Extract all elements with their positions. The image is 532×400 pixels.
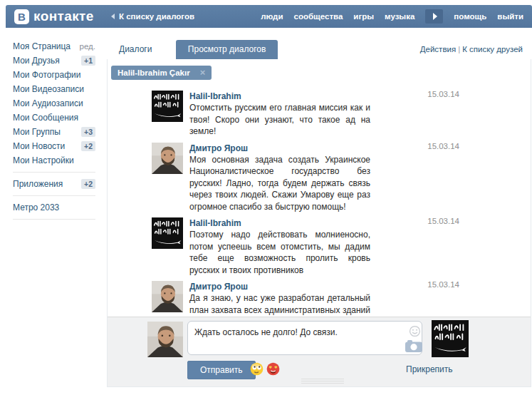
message-date: 15.03.14 [427, 142, 459, 150]
message-input[interactable]: Ждать осталось не долго! До связи. [187, 321, 422, 355]
vk-messages-page: В контакте К списку диалогов люди сообще… [0, 0, 532, 400]
camera-icon[interactable] [405, 340, 422, 352]
nav-music[interactable]: музыка [385, 12, 414, 21]
sidebar-divider [13, 219, 95, 220]
nav-games[interactable]: игры [353, 12, 374, 21]
actions-separator: | [458, 45, 460, 53]
chat-participant-tag[interactable]: Halil-Ibrahim Çakır × [111, 66, 212, 80]
more-arrow-icon [433, 13, 437, 20]
sidebar-label: Мои Настройки [13, 155, 74, 165]
vk-logo-letter: В [18, 11, 26, 23]
message-text: Да я знаю, у нас уже разработан детальны… [189, 292, 370, 317]
edit-link[interactable]: ред. [80, 42, 95, 51]
avatar-flag[interactable] [152, 217, 183, 249]
message-row: Дмитро Ярош Моя основная задача создать … [152, 141, 531, 217]
tab-view-dialogs[interactable]: Просмотр диалогов [176, 40, 278, 59]
sidebar-label: Мои Сообщения [13, 113, 78, 123]
sidebar-item-news[interactable]: Мои Новости +2 [13, 139, 95, 153]
chat-tag-row: Halil-Ibrahim Çakır × [108, 59, 531, 83]
composer: Ждать осталось не долго! До связи. Отпра… [108, 317, 531, 386]
sidebar-item-friends[interactable]: Мои Друзья +1 [13, 53, 95, 68]
back-link-label: К списку диалогов [119, 12, 194, 21]
sidebar-label: Мои Аудиозаписи [13, 98, 83, 108]
count-badge: +3 [81, 127, 95, 137]
top-nav: люди сообщества игры музыка помощь выйти [261, 5, 523, 28]
top-bar: В контакте К списку диалогов люди сообще… [6, 5, 532, 28]
sidebar-divider [13, 195, 95, 196]
avatar-man[interactable] [152, 281, 183, 312]
count-badge: +2 [81, 141, 95, 151]
avatar-man[interactable] [152, 143, 183, 174]
sidebar-label: Приложения [13, 179, 63, 189]
message-row: Halil-Ibrahim Поэтому надо действовать м… [152, 216, 531, 280]
message-author-link[interactable]: Дмитро Ярош [189, 143, 248, 154]
sidebar-label: Мои Группы [13, 127, 61, 137]
sidebar-item-settings[interactable]: Мои Настройки [13, 153, 95, 168]
sidebar: Моя Страница ред. Мои Друзья +1 Мои Фото… [13, 39, 95, 224]
sidebar-item-messages[interactable]: Мои Сообщения [13, 111, 95, 125]
nav-people[interactable]: люди [261, 12, 283, 21]
message-date: 15.03.14 [427, 90, 459, 98]
nav-help[interactable]: помощь [454, 12, 486, 21]
back-to-dialogs-link[interactable]: К списку диалогов [111, 12, 194, 21]
sidebar-item-photos[interactable]: Мои Фотографии [13, 68, 95, 82]
sidebar-label: Моя Страница [13, 41, 71, 51]
message-row: Halil-Ibrahim Отомстить русским его глав… [152, 89, 531, 141]
attach-link[interactable]: Прикрепить [406, 364, 453, 374]
tab-dialogs[interactable]: Диалоги [107, 40, 164, 59]
sidebar-item-apps[interactable]: Приложения +2 [13, 177, 95, 191]
actions-link[interactable]: Действия [420, 45, 456, 53]
composer-avatar-man[interactable] [147, 322, 183, 357]
vk-logo[interactable]: В контакте [14, 9, 94, 24]
nav-logout[interactable]: выйти [497, 12, 523, 21]
emoji-heart-eyes-icon[interactable] [266, 362, 280, 376]
chat-panel: Halil-Ibrahim Çakır × Halil-Ibrahim Отом… [107, 59, 531, 387]
count-badge: +2 [81, 179, 95, 189]
sidebar-item-metro-2033[interactable]: Метро 2033 [13, 200, 95, 215]
send-button[interactable]: Отправить [187, 361, 256, 379]
message-list: Halil-Ibrahim Отомстить русским его глав… [108, 83, 531, 317]
chat-participant-name: Halil-Ibrahim Çakır [118, 68, 190, 77]
sidebar-label: Мои Друзья [13, 56, 60, 66]
close-icon[interactable]: × [200, 69, 206, 76]
nav-more-button[interactable] [425, 9, 443, 24]
emoji-rolling-eyes-icon[interactable] [250, 362, 264, 376]
sidebar-label: Мои Новости [13, 141, 65, 151]
message-date: 15.03.14 [427, 217, 459, 225]
message-text: Отомстить русским его главная миссия как… [189, 102, 370, 138]
message-text: Поэтому надо действовать молниеносно, по… [189, 229, 370, 276]
resize-grip[interactable] [301, 379, 344, 385]
vk-logo-icon: В [14, 9, 29, 24]
avatar-flag[interactable] [152, 91, 183, 122]
message-author-link[interactable]: Halil-Ibrahim [189, 218, 241, 229]
sidebar-label: Мои Видеозаписи [13, 84, 84, 94]
participant-flag-avatar[interactable] [432, 320, 469, 357]
message-text: Моя основная задача создать Украинское Н… [189, 154, 370, 213]
count-badge: +1 [81, 56, 95, 66]
sidebar-item-videos[interactable]: Мои Видеозаписи [13, 82, 95, 96]
vk-logo-text: контакте [33, 9, 94, 24]
sidebar-label: Мои Фотографии [13, 70, 80, 80]
sidebar-item-audio[interactable]: Мои Аудиозаписи [13, 96, 95, 111]
back-arrow-icon [111, 14, 115, 19]
sidebar-item-my-page[interactable]: Моя Страница ред. [13, 39, 95, 53]
message-row: Дмитро Ярош Да я знаю, у нас уже разрабо… [152, 280, 531, 317]
message-author-link[interactable]: Halil-Ibrahim [189, 91, 241, 102]
sidebar-divider [13, 172, 95, 173]
sidebar-label: Метро 2033 [13, 202, 59, 212]
smiley-icon[interactable] [409, 325, 421, 337]
message-date: 15.03.14 [427, 280, 459, 289]
friends-list-link[interactable]: К списку друзей [462, 45, 523, 53]
nav-communities[interactable]: сообщества [293, 12, 343, 21]
message-author-link[interactable]: Дмитро Ярош [189, 282, 248, 292]
sidebar-item-groups[interactable]: Мои Группы +3 [13, 125, 95, 139]
dialog-actions: Действия|К списку друзей [418, 45, 525, 53]
